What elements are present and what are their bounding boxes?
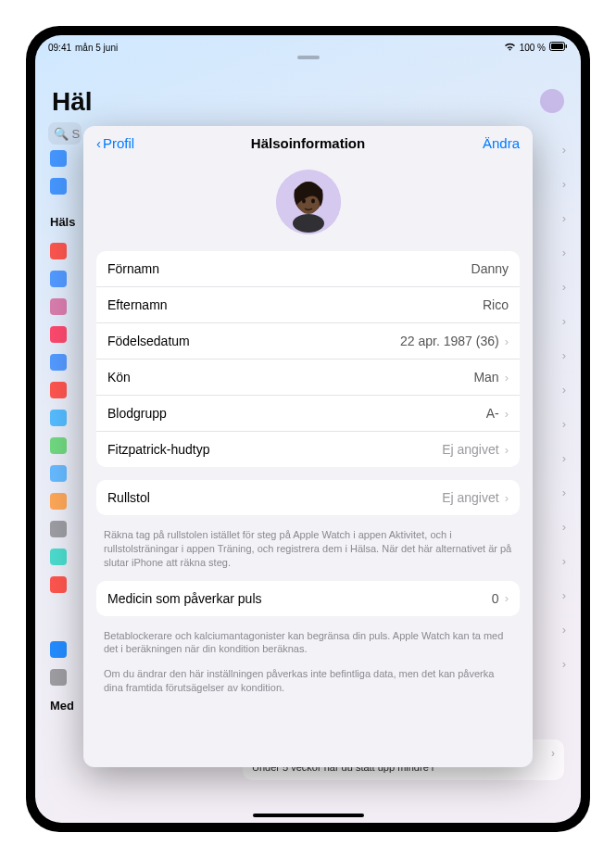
row-value: Ej angivet — [442, 490, 498, 505]
people-icon[interactable] — [50, 178, 67, 195]
row-label: Rullstol — [107, 490, 150, 505]
row-value: A- — [486, 406, 499, 421]
heart-outline-icon[interactable] — [50, 150, 67, 167]
pill-icon[interactable] — [50, 410, 67, 426]
row-value-wrap: Rico — [483, 297, 509, 312]
arrows-icon[interactable] — [50, 493, 67, 510]
row-value: 22 apr. 1987 (36) — [400, 334, 499, 348]
avatar-container — [83, 160, 533, 251]
meds-section: Medicin som påverkar puls 0 › — [96, 581, 520, 616]
chevron-left-icon: ‹ — [96, 135, 101, 151]
wheelchair-section: Rullstol Ej angivet › — [96, 480, 520, 515]
status-bar: 09:41 mån 5 juni 100 % — [35, 35, 581, 56]
bed-icon[interactable] — [50, 549, 67, 565]
plus-circle-icon[interactable] — [50, 641, 67, 658]
row-label: Födelsedatum — [107, 334, 190, 348]
home-indicator[interactable] — [253, 814, 364, 817]
wheelchair-note: Räkna tag på rullstolen istället för ste… — [83, 528, 533, 581]
inhaler-icon[interactable] — [50, 465, 67, 482]
profile-details-section: FörnamnDannyEfternamnRicoFödelsedatum22 … — [96, 251, 520, 467]
row-value: Man — [473, 370, 498, 385]
status-time: 09:41 — [48, 43, 71, 53]
image-frame: 09:41 mån 5 juni 100 % Häl 🔍 S — [0, 0, 616, 858]
wifi-icon — [504, 42, 516, 53]
edit-button[interactable]: Ändra — [483, 135, 520, 151]
sparkle-icon[interactable] — [50, 298, 67, 315]
app-title: Häl — [52, 87, 93, 117]
ipad-device-bezel: 09:41 mån 5 juni 100 % Häl 🔍 S — [26, 26, 590, 832]
row-label: Fitzpatrick-hudtyp — [107, 442, 209, 457]
clipboard-icon[interactable] — [50, 521, 67, 537]
ecg-icon[interactable] — [50, 576, 67, 593]
flame-icon[interactable] — [50, 243, 67, 259]
document-icon[interactable] — [50, 669, 67, 686]
row-label: Efternamn — [107, 297, 168, 312]
profile-row: EfternamnRico — [96, 287, 520, 323]
heart-icon[interactable] — [50, 326, 67, 343]
meds-row[interactable]: Medicin som påverkar puls 0 › — [96, 581, 520, 616]
profile-avatar-small[interactable] — [540, 89, 564, 113]
status-date: mån 5 juni — [75, 43, 118, 53]
row-label: Blodgrupp — [107, 406, 167, 421]
chevron-right-icon: › — [505, 334, 509, 348]
battery-text: 100 % — [520, 43, 546, 53]
chevron-right-icon: › — [505, 407, 509, 421]
screen: 09:41 mån 5 juni 100 % Häl 🔍 S — [35, 35, 581, 823]
chevron-right-icon: › — [505, 371, 509, 385]
row-value: Ej angivet — [442, 442, 498, 457]
search-input[interactable]: 🔍 S — [48, 122, 82, 145]
svg-rect-1 — [551, 44, 563, 49]
row-value-wrap: Ej angivet› — [442, 442, 509, 457]
svg-rect-2 — [566, 44, 568, 48]
row-value: Rico — [483, 297, 509, 312]
back-button[interactable]: ‹ Profil — [96, 135, 134, 151]
sidebar-section-health: Häls — [50, 215, 75, 229]
ear-icon[interactable] — [50, 354, 67, 371]
battery-icon — [549, 42, 568, 53]
row-value: 0 — [492, 591, 499, 606]
sidebar-section-meds: Med — [50, 699, 74, 713]
background-list-chevrons: ›››››››››››››››› — [562, 143, 566, 786]
row-value: Danny — [471, 261, 509, 276]
chevron-right-icon: › — [505, 591, 509, 605]
meds-note-1: Betablockerare och kalciumantagonister k… — [83, 629, 533, 668]
back-label: Profil — [103, 135, 134, 151]
chevron-right-icon: › — [505, 491, 509, 505]
chevron-right-icon: › — [505, 443, 509, 457]
profile-avatar[interactable] — [276, 170, 341, 234]
profile-row[interactable]: Födelsedatum22 apr. 1987 (36)› — [96, 323, 520, 360]
row-label: Kön — [107, 370, 131, 385]
meds-note-2: Om du ändrar den här inställningen påver… — [83, 667, 533, 706]
profile-row[interactable]: KönMan› — [96, 360, 520, 396]
row-value-wrap: 22 apr. 1987 (36)› — [400, 334, 509, 348]
row-value-wrap: Man› — [473, 370, 509, 385]
multitask-handle-icon[interactable] — [297, 56, 320, 59]
row-label: Medicin som påverkar puls — [107, 591, 262, 606]
row-value-wrap: A-› — [486, 406, 509, 421]
svg-point-8 — [293, 214, 324, 233]
waveform-icon[interactable] — [50, 382, 67, 398]
health-info-modal: ‹ Profil Hälsoinformation Ändra — [83, 126, 533, 767]
row-value-wrap: Danny — [471, 261, 509, 276]
modal-title: Hälsoinformation — [251, 135, 365, 151]
wheelchair-row[interactable]: Rullstol Ej angivet › — [96, 480, 520, 515]
lungs-icon[interactable] — [50, 271, 67, 287]
profile-row: FörnamnDanny — [96, 251, 520, 287]
modal-nav-bar: ‹ Profil Hälsoinformation Ändra — [83, 126, 533, 160]
apple-icon[interactable] — [50, 437, 67, 454]
profile-row[interactable]: Fitzpatrick-hudtypEj angivet› — [96, 432, 520, 467]
row-label: Förnamn — [107, 261, 159, 276]
memoji-icon — [276, 170, 341, 234]
profile-row[interactable]: BlodgruppA-› — [96, 396, 520, 432]
svg-point-7 — [311, 199, 315, 204]
